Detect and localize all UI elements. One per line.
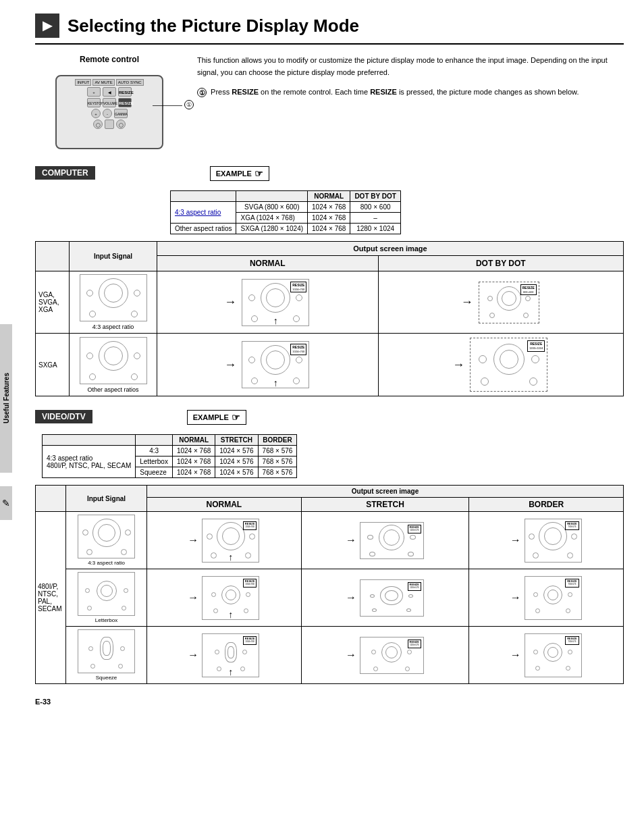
video-table-header-normal: NORMAL xyxy=(172,435,215,446)
video-border-letterbox: RESIZE768×576 xyxy=(525,576,582,620)
computer-diag-dot-header: DOT BY DOT xyxy=(378,256,623,271)
video-label: VIDEO/DTV xyxy=(35,410,92,423)
description-text: This function allows you to modify or cu… xyxy=(197,55,624,153)
page-title: Selecting the Picture Display Mode xyxy=(68,16,359,36)
computer-diag-signal-header: Input Signal xyxy=(70,242,157,271)
video-480i-label: 480I/P,NTSC,PAL,SECAM xyxy=(36,512,66,684)
video-header-row: VIDEO/DTV EXAMPLE ☞ xyxy=(35,410,624,429)
input-arrow: ↑ xyxy=(273,315,278,326)
header-icon: ▶ xyxy=(35,14,59,38)
video-squeeze-sublabel: Squeeze xyxy=(69,675,144,681)
side-icon: ✎ xyxy=(0,486,12,520)
computer-table-header-empty1 xyxy=(171,191,236,202)
video-43-border: → RESIZE768×576 xyxy=(469,512,624,569)
computer-sxga-sublabel: Other aspect ratios xyxy=(72,386,154,393)
useful-features-tab: Useful Features xyxy=(0,324,12,473)
circle-outer xyxy=(99,341,128,371)
computer-diagram-table: Input Signal Output screen image NORMAL … xyxy=(35,241,624,396)
computer-label: COMPUTER xyxy=(35,166,95,180)
computer-header-row: COMPUTER EXAMPLE ☞ xyxy=(35,166,624,185)
video-diag-input-header: Input Signal xyxy=(66,486,147,512)
video-table-header-e1 xyxy=(43,435,136,446)
video-row1-normal: 1024 × 768 xyxy=(172,446,215,457)
table-row: Other aspect ratios SXGA (1280 × 1024) 1… xyxy=(171,224,401,234)
computer-row3-normal: 1024 × 768 xyxy=(308,224,350,234)
video-43-normal: → RESIZE1024×768 xyxy=(147,512,302,569)
example-icon: ☞ xyxy=(254,168,263,179)
resize-badge: RESIZE1024×768 xyxy=(243,636,257,646)
video-43-sublabel: 4:3 aspect ratio xyxy=(69,560,144,566)
video-data-table: NORMAL STRETCH BORDER 4:3 aspect ratio48… xyxy=(42,434,297,478)
computer-diag-normal-header: NORMAL xyxy=(157,256,379,271)
video-example-label: EXAMPLE xyxy=(193,413,229,421)
video-diag-stretch-header: STRETCH xyxy=(301,498,469,512)
table-row: VGA,SVGA,XGA xyxy=(36,271,624,334)
step1-paragraph: ① Press RESIZE on the remote control. Ea… xyxy=(197,86,624,99)
video-row2-type: Letterbox xyxy=(136,457,173,467)
top-section: Remote control INPUT AV MUTE AUTO SYNC +… xyxy=(35,55,624,153)
input-arrow: ↑ xyxy=(228,609,233,620)
video-diagram-table: Input Signal Output screen image NORMAL … xyxy=(35,485,624,684)
input-arrow: ↑ xyxy=(228,552,233,563)
resize-badge: RESIZE1024×768 xyxy=(243,521,257,531)
computer-row2-normal: 1024 × 768 xyxy=(308,213,350,224)
computer-row1-dot: 800 × 600 xyxy=(350,202,400,213)
video-table-header-border: BORDER xyxy=(258,435,297,446)
video-normal-letterbox: RESIZE1024×768 xyxy=(202,576,259,620)
input-arrow: ↑ xyxy=(228,667,233,677)
computer-vga-dot: → RESIZE800×600 xyxy=(378,271,623,334)
useful-features-label: Useful Features xyxy=(3,373,10,423)
video-squeeze-stretch: → RESIZE1024×576 xyxy=(301,627,469,684)
video-43-input: 4:3 aspect ratio xyxy=(66,512,147,569)
remote-control-label: Remote control xyxy=(35,55,184,64)
sxga-input-screen xyxy=(80,337,147,384)
resize-badge: RESIZE768×576 xyxy=(565,636,579,646)
description-paragraph: This function allows you to modify or cu… xyxy=(197,55,624,78)
video-diag-label-header xyxy=(36,486,66,512)
video-letterbox-stretch: → RESIZE1024×576 xyxy=(301,569,469,627)
resize-badge: RESIZE1280×1024 xyxy=(527,340,545,352)
computer-vga-sublabel: 4:3 aspect ratio xyxy=(72,323,154,330)
computer-row1-sub: SVGA (800 × 600) xyxy=(236,202,308,213)
computer-diag-input-header xyxy=(36,242,70,271)
video-letterbox-input-screen xyxy=(78,572,135,616)
remote-control-area: Remote control INPUT AV MUTE AUTO SYNC +… xyxy=(35,55,184,153)
circle-inner xyxy=(544,527,562,545)
video-letterbox-input: Letterbox xyxy=(66,569,147,627)
computer-row3-dot: 1280 × 1024 xyxy=(350,224,400,234)
video-row3-type: Squeeze xyxy=(136,467,173,478)
computer-example-badge: EXAMPLE ☞ xyxy=(210,166,269,181)
video-squeeze-normal: → RESIZE1024×768 xyxy=(147,627,302,684)
table-row: 4:3 aspect ratio480I/P, NTSC, PAL, SECAM… xyxy=(43,446,297,457)
circle-inner xyxy=(222,527,240,545)
computer-table-header-dot: DOT BY DOT xyxy=(350,191,400,202)
computer-section: COMPUTER EXAMPLE ☞ NORMAL DOT BY DOT xyxy=(35,166,624,396)
circle-outer xyxy=(539,522,567,550)
video-stretch-letterbox: RESIZE1024×576 xyxy=(360,579,424,617)
video-row1-stretch: 1024 × 576 xyxy=(215,446,258,457)
video-border-squeeze: RESIZE768×576 xyxy=(525,633,582,677)
video-stretch-squeeze: RESIZE1024×576 xyxy=(360,637,424,674)
video-letterbox-normal: → RESIZE1024×768 xyxy=(147,569,302,627)
video-example-icon: ☞ xyxy=(232,412,240,423)
video-table-header-e2 xyxy=(136,435,173,446)
circle-outer xyxy=(493,344,525,375)
circle-inner xyxy=(266,350,285,369)
resize-badge: RESIZE1024×768 xyxy=(290,282,306,293)
circle-outer xyxy=(261,345,290,375)
computer-sxga-input: Other aspect ratios xyxy=(70,334,157,396)
video-row2-stretch: 1024 × 576 xyxy=(215,457,258,467)
circle-inner xyxy=(502,291,516,306)
computer-row1-label: 4:3 aspect ratio xyxy=(171,202,236,224)
video-letterbox-sublabel: Letterbox xyxy=(69,617,144,623)
computer-table-header-empty2 xyxy=(236,191,308,202)
circle-inner xyxy=(266,288,285,307)
video-43-stretch: → RESIZE1024×576 xyxy=(301,512,469,569)
computer-sxga-label: SXGA xyxy=(36,334,70,396)
computer-data-table: NORMAL DOT BY DOT 4:3 aspect ratio SVGA … xyxy=(170,190,401,234)
video-row3-border: 768 × 576 xyxy=(258,467,297,478)
video-diag-output-header: Output screen image xyxy=(147,486,624,498)
video-43-input-screen xyxy=(78,515,135,558)
resize-badge: RESIZE1024×576 xyxy=(408,582,421,592)
circle-outer xyxy=(92,519,121,547)
